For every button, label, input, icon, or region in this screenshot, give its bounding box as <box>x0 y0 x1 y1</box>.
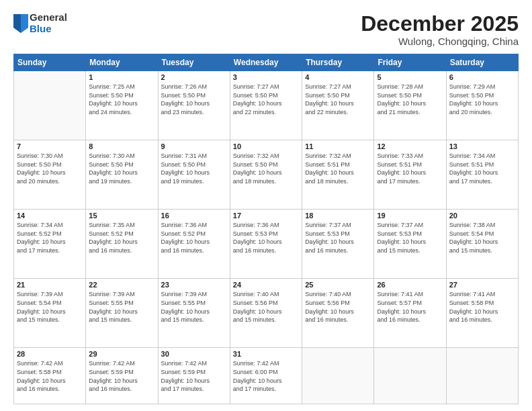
day-number: 6 <box>449 73 515 81</box>
table-row: 2Sunrise: 7:26 AMSunset: 5:50 PMDaylight… <box>158 71 230 140</box>
calendar-week-row: 21Sunrise: 7:39 AMSunset: 5:54 PMDayligh… <box>14 279 519 348</box>
col-friday: Friday <box>374 54 446 71</box>
table-row: 23Sunrise: 7:39 AMSunset: 5:55 PMDayligh… <box>158 279 230 348</box>
page: General Blue December 2025 Wulong, Chong… <box>0 0 532 411</box>
table-row: 18Sunrise: 7:37 AMSunset: 5:53 PMDayligh… <box>302 210 374 279</box>
day-number: 13 <box>449 142 515 150</box>
day-number: 23 <box>161 281 227 289</box>
title-block: December 2025 Wulong, Chongqing, China <box>361 12 519 47</box>
day-info: Sunrise: 7:30 AMSunset: 5:50 PMDaylight:… <box>17 152 83 185</box>
day-info: Sunrise: 7:41 AMSunset: 5:57 PMDaylight:… <box>377 290 443 324</box>
table-row <box>14 71 86 140</box>
day-info: Sunrise: 7:37 AMSunset: 5:53 PMDaylight:… <box>305 221 371 255</box>
day-number: 30 <box>161 350 227 358</box>
month-title: December 2025 <box>361 12 519 36</box>
day-number: 29 <box>89 350 154 358</box>
table-row: 1Sunrise: 7:25 AMSunset: 5:50 PMDaylight… <box>86 71 158 140</box>
day-info: Sunrise: 7:34 AMSunset: 5:51 PMDaylight:… <box>449 152 515 185</box>
day-info: Sunrise: 7:36 AMSunset: 5:53 PMDaylight:… <box>233 221 299 255</box>
table-row: 17Sunrise: 7:36 AMSunset: 5:53 PMDayligh… <box>230 210 302 279</box>
day-info: Sunrise: 7:26 AMSunset: 5:50 PMDaylight:… <box>161 83 227 116</box>
col-saturday: Saturday <box>446 54 518 71</box>
col-tuesday: Tuesday <box>158 54 230 71</box>
day-number: 31 <box>233 350 299 358</box>
day-info: Sunrise: 7:42 AMSunset: 5:59 PMDaylight:… <box>89 359 154 393</box>
day-number: 22 <box>89 281 154 289</box>
day-number: 18 <box>305 212 371 220</box>
day-number: 12 <box>377 142 443 150</box>
day-number: 1 <box>89 73 154 81</box>
table-row: 8Sunrise: 7:30 AMSunset: 5:50 PMDaylight… <box>86 140 158 210</box>
day-number: 27 <box>449 281 515 289</box>
day-info: Sunrise: 7:39 AMSunset: 5:55 PMDaylight:… <box>89 290 154 324</box>
day-number: 7 <box>17 142 83 150</box>
calendar-week-row: 28Sunrise: 7:42 AMSunset: 5:58 PMDayligh… <box>14 348 519 404</box>
table-row: 12Sunrise: 7:33 AMSunset: 5:51 PMDayligh… <box>374 140 446 210</box>
col-monday: Monday <box>86 54 158 71</box>
table-row: 6Sunrise: 7:29 AMSunset: 5:50 PMDaylight… <box>446 71 518 140</box>
table-row: 26Sunrise: 7:41 AMSunset: 5:57 PMDayligh… <box>374 279 446 348</box>
calendar-week-row: 14Sunrise: 7:34 AMSunset: 5:52 PMDayligh… <box>14 210 519 279</box>
day-number: 3 <box>233 73 299 81</box>
day-number: 25 <box>305 281 371 289</box>
day-number: 24 <box>233 281 299 289</box>
table-row: 31Sunrise: 7:42 AMSunset: 6:00 PMDayligh… <box>230 348 302 404</box>
day-info: Sunrise: 7:39 AMSunset: 5:55 PMDaylight:… <box>161 290 227 324</box>
day-info: Sunrise: 7:29 AMSunset: 5:50 PMDaylight:… <box>449 83 515 116</box>
col-sunday: Sunday <box>14 54 86 71</box>
day-info: Sunrise: 7:30 AMSunset: 5:50 PMDaylight:… <box>89 152 154 185</box>
table-row <box>374 348 446 404</box>
calendar-table: Sunday Monday Tuesday Wednesday Thursday… <box>13 54 519 404</box>
day-number: 15 <box>89 212 154 220</box>
table-row <box>302 348 374 404</box>
day-number: 2 <box>161 73 227 81</box>
day-info: Sunrise: 7:42 AMSunset: 5:58 PMDaylight:… <box>17 359 83 393</box>
day-info: Sunrise: 7:36 AMSunset: 5:52 PMDaylight:… <box>161 221 227 255</box>
calendar-week-row: 7Sunrise: 7:30 AMSunset: 5:50 PMDaylight… <box>14 140 519 210</box>
table-row: 22Sunrise: 7:39 AMSunset: 5:55 PMDayligh… <box>86 279 158 348</box>
day-info: Sunrise: 7:31 AMSunset: 5:50 PMDaylight:… <box>161 152 227 185</box>
day-number: 5 <box>377 73 443 81</box>
day-info: Sunrise: 7:42 AMSunset: 6:00 PMDaylight:… <box>233 359 299 393</box>
day-info: Sunrise: 7:32 AMSunset: 5:51 PMDaylight:… <box>305 152 371 185</box>
table-row: 14Sunrise: 7:34 AMSunset: 5:52 PMDayligh… <box>14 210 86 279</box>
day-info: Sunrise: 7:27 AMSunset: 5:50 PMDaylight:… <box>305 83 371 116</box>
day-number: 9 <box>161 142 227 150</box>
logo-icon <box>13 14 28 33</box>
table-row: 20Sunrise: 7:38 AMSunset: 5:54 PMDayligh… <box>446 210 518 279</box>
svg-marker-1 <box>21 14 28 33</box>
day-info: Sunrise: 7:40 AMSunset: 5:56 PMDaylight:… <box>305 290 371 324</box>
table-row: 24Sunrise: 7:40 AMSunset: 5:56 PMDayligh… <box>230 279 302 348</box>
day-info: Sunrise: 7:32 AMSunset: 5:50 PMDaylight:… <box>233 152 299 185</box>
day-number: 11 <box>305 142 371 150</box>
day-number: 4 <box>305 73 371 81</box>
day-number: 28 <box>17 350 83 358</box>
calendar-week-row: 1Sunrise: 7:25 AMSunset: 5:50 PMDaylight… <box>14 71 519 140</box>
table-row: 7Sunrise: 7:30 AMSunset: 5:50 PMDaylight… <box>14 140 86 210</box>
day-info: Sunrise: 7:28 AMSunset: 5:50 PMDaylight:… <box>377 83 443 116</box>
table-row: 15Sunrise: 7:35 AMSunset: 5:52 PMDayligh… <box>86 210 158 279</box>
day-number: 20 <box>449 212 515 220</box>
table-row: 28Sunrise: 7:42 AMSunset: 5:58 PMDayligh… <box>14 348 86 404</box>
table-row: 29Sunrise: 7:42 AMSunset: 5:59 PMDayligh… <box>86 348 158 404</box>
logo-text: General Blue <box>30 12 67 34</box>
day-number: 16 <box>161 212 227 220</box>
table-row: 3Sunrise: 7:27 AMSunset: 5:50 PMDaylight… <box>230 71 302 140</box>
day-number: 21 <box>17 281 83 289</box>
col-thursday: Thursday <box>302 54 374 71</box>
day-info: Sunrise: 7:38 AMSunset: 5:54 PMDaylight:… <box>449 221 515 255</box>
day-info: Sunrise: 7:27 AMSunset: 5:50 PMDaylight:… <box>233 83 299 116</box>
day-info: Sunrise: 7:42 AMSunset: 5:59 PMDaylight:… <box>161 359 227 393</box>
day-number: 10 <box>233 142 299 150</box>
day-info: Sunrise: 7:39 AMSunset: 5:54 PMDaylight:… <box>17 290 83 324</box>
day-info: Sunrise: 7:37 AMSunset: 5:53 PMDaylight:… <box>377 221 443 255</box>
location-subtitle: Wulong, Chongqing, China <box>361 36 519 47</box>
logo-blue: Blue <box>30 24 67 35</box>
table-row: 19Sunrise: 7:37 AMSunset: 5:53 PMDayligh… <box>374 210 446 279</box>
table-row: 10Sunrise: 7:32 AMSunset: 5:50 PMDayligh… <box>230 140 302 210</box>
day-info: Sunrise: 7:33 AMSunset: 5:51 PMDaylight:… <box>377 152 443 185</box>
day-info: Sunrise: 7:34 AMSunset: 5:52 PMDaylight:… <box>17 221 83 255</box>
table-row: 16Sunrise: 7:36 AMSunset: 5:52 PMDayligh… <box>158 210 230 279</box>
day-info: Sunrise: 7:40 AMSunset: 5:56 PMDaylight:… <box>233 290 299 324</box>
table-row <box>446 348 518 404</box>
